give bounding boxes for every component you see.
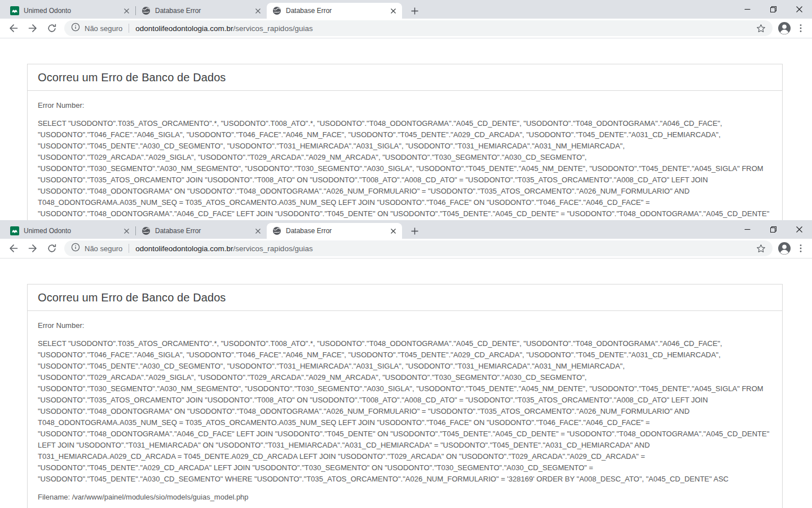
new-tab-button[interactable] [407,223,422,239]
new-tab-button[interactable] [407,3,422,19]
bookmark-star-icon[interactable] [756,24,766,33]
error-heading: Ocorreu um Erro de Banco de Dados [28,284,782,311]
tab-close-icon[interactable] [122,6,131,15]
tab-title: Database Error [286,7,384,15]
toolbar-right [775,20,808,36]
restore-button[interactable] [760,220,786,239]
database-error-box: Ocorreu um Erro de Banco de Dados Error … [27,284,783,508]
chrome-menu-icon[interactable] [793,20,808,36]
url-path: /servicos_rapidos/guias [233,24,313,33]
toolbar-right [775,240,808,256]
tab-title: Unimed Odonto [24,227,117,235]
forward-icon[interactable] [25,20,41,36]
tab-title: Database Error [155,7,249,15]
error-heading: Ocorreu um Erro de Banco de Dados [28,64,782,91]
filename-text: Filename: /var/www/painel/modules/sio/mo… [38,492,772,503]
tab-title: Database Error [155,227,249,235]
site-security-chip[interactable]: Não seguro [71,243,122,254]
sql-query-text: SELECT "USODONTO".T035_ATOS_ORCAMENTO".*… [38,118,772,220]
error-number-label: Error Number: [38,320,772,331]
forward-icon[interactable] [25,240,41,256]
tab-strip: Unimed Odonto Database Error Database Er… [0,220,812,239]
tab-title: Database Error [286,227,384,235]
globe-favicon-icon [272,6,281,15]
profile-avatar-icon[interactable] [776,20,792,36]
page-content: Ocorreu um Erro de Banco de Dados Error … [0,64,812,220]
database-error-box: Ocorreu um Erro de Banco de Dados Error … [27,64,783,220]
reload-icon[interactable] [44,20,60,36]
address-bar[interactable]: Não seguro odontolifeodontologia.com.br/… [64,20,773,36]
browser-toolbar: Não seguro odontolifeodontologia.com.br/… [0,19,812,38]
restore-button[interactable] [760,0,786,19]
security-label: Não seguro [85,244,122,253]
tab-unimed-odonto[interactable]: Unimed Odonto [5,223,135,239]
tab-close-icon[interactable] [122,226,131,235]
url-input[interactable]: odontolifeodontologia.com.br/servicos_ra… [135,244,752,253]
browser-window-top: Unimed Odonto Database Error Database Er… [0,0,812,220]
browser-toolbar: Não seguro odontolifeodontologia.com.br/… [0,239,812,259]
url-path: /servicos_rapidos/guias [233,244,313,253]
tab-database-error-2-active[interactable]: Database Error [267,3,402,19]
url-domain: odontolifeodontologia.com.br [135,24,233,33]
tab-database-error-1[interactable]: Database Error [136,3,267,19]
globe-favicon-icon [272,226,281,235]
omnibox-divider [129,244,129,253]
unimed-favicon-icon [10,226,19,235]
tab-database-error-1[interactable]: Database Error [136,223,267,239]
window-controls [734,0,812,19]
back-icon[interactable] [6,240,21,256]
tab-database-error-2-active[interactable]: Database Error [267,223,402,239]
security-label: Não seguro [85,24,122,33]
unimed-favicon-icon [10,6,19,15]
page-content: Ocorreu um Erro de Banco de Dados Error … [0,284,812,508]
address-bar[interactable]: Não seguro odontolifeodontologia.com.br/… [64,240,773,256]
window-controls [734,220,812,239]
globe-favicon-icon [142,226,151,235]
tab-close-icon[interactable] [253,6,262,15]
close-window-button[interactable] [786,0,812,19]
bookmark-star-icon[interactable] [756,244,766,253]
error-body: Error Number: SELECT "USODONTO".T035_ATO… [28,311,782,508]
tab-close-icon[interactable] [389,226,398,235]
sql-query-text: SELECT "USODONTO".T035_ATOS_ORCAMENTO".*… [38,338,772,485]
info-icon [71,243,80,254]
browser-window-bottom: Unimed Odonto Database Error Database Er… [0,220,812,508]
minimize-button[interactable] [734,0,760,19]
chrome-menu-icon[interactable] [793,240,808,256]
url-domain: odontolifeodontologia.com.br [135,244,233,253]
tab-unimed-odonto[interactable]: Unimed Odonto [5,3,135,19]
globe-favicon-icon [142,6,151,15]
profile-avatar-icon[interactable] [776,240,792,256]
tab-close-icon[interactable] [389,6,398,15]
reload-icon[interactable] [44,240,60,256]
back-icon[interactable] [6,20,21,36]
minimize-button[interactable] [734,220,760,239]
error-number-label: Error Number: [38,100,772,111]
close-window-button[interactable] [786,220,812,239]
info-icon [71,23,80,34]
error-body: Error Number: SELECT "USODONTO".T035_ATO… [28,91,782,220]
site-security-chip[interactable]: Não seguro [71,23,122,34]
tab-strip: Unimed Odonto Database Error Database Er… [0,0,812,19]
tab-title: Unimed Odonto [24,7,117,15]
omnibox-divider [129,24,129,33]
url-input[interactable]: odontolifeodontologia.com.br/servicos_ra… [135,24,752,33]
tab-close-icon[interactable] [253,226,262,235]
